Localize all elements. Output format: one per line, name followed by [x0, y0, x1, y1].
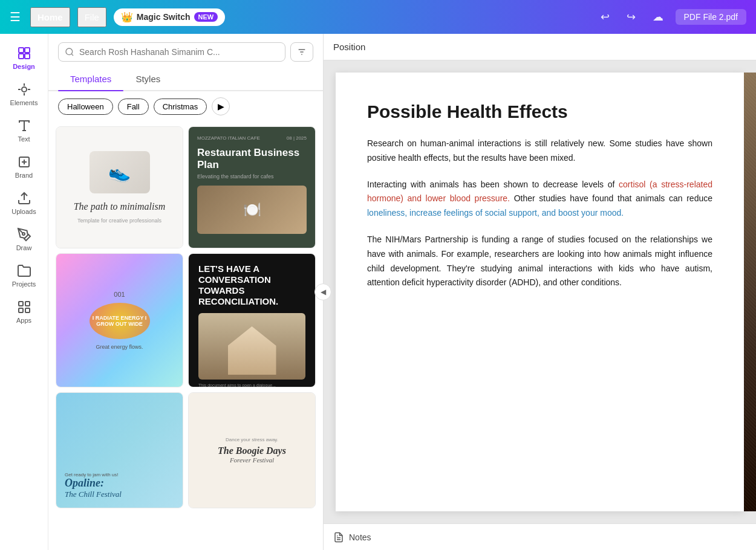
sidebar-label-brand: Brand	[15, 172, 33, 179]
file-button[interactable]: File	[77, 7, 106, 27]
sidebar-label-projects: Projects	[12, 280, 36, 288]
sidebar-label-draw: Draw	[16, 244, 32, 251]
notes-label: Notes	[349, 532, 371, 542]
template-card-reconciliation[interactable]: LET'S HAVE A CONVERSATION TOWARDS RECONC…	[188, 253, 316, 387]
svg-point-6	[22, 233, 25, 235]
boogie-dance: Dance your stress away.	[226, 437, 278, 442]
search-input[interactable]	[79, 47, 279, 57]
search-bar	[48, 34, 323, 68]
templates-panel: Templates Styles Halloween Fall Christma…	[48, 34, 324, 550]
gradient-bubble: I RADIATE ENERGY I GROW OUT WIDE	[90, 303, 150, 339]
svg-rect-0	[19, 48, 24, 53]
filter-tag-fall[interactable]: Fall	[118, 99, 149, 115]
reconciliation-body: This document aims to open a dialogue...	[198, 383, 305, 387]
reconciliation-text: LET'S HAVE A CONVERSATION TOWARDS RECONC…	[198, 264, 305, 307]
collapse-panel-button[interactable]: ◀	[314, 283, 331, 300]
doc-paragraph-3: The NIH/Mars Partnership is funding a ra…	[367, 233, 712, 290]
boogie-subtitle: Forever Festival	[230, 456, 274, 464]
sidebar-item-draw[interactable]: Draw	[2, 222, 46, 256]
doc-title: Possible Health Effects	[367, 102, 712, 122]
svg-rect-10	[25, 308, 30, 312]
svg-rect-9	[19, 308, 23, 312]
opaline-title: Opaline:	[65, 477, 174, 490]
sidebar-label-text: Text	[18, 135, 30, 143]
undo-button[interactable]: ↩	[596, 8, 614, 26]
document-area[interactable]: Possible Health Effects Research on huma…	[324, 60, 756, 523]
svg-rect-2	[19, 54, 24, 59]
minimalism-title: The path to minimalism	[74, 201, 166, 213]
opaline-subtitle: The Chill Festival	[65, 490, 174, 499]
document-page: Possible Health Effects Research on huma…	[336, 73, 744, 511]
svg-rect-8	[25, 302, 30, 306]
sidebar-item-apps[interactable]: Apps	[2, 295, 46, 329]
svg-rect-7	[19, 302, 23, 306]
reconciliation-image	[198, 313, 305, 380]
sidebar-label-design: Design	[13, 63, 35, 70]
sidebar-item-brand[interactable]: Brand	[2, 150, 46, 184]
filter-button[interactable]	[290, 42, 313, 62]
template-card-opaline[interactable]: Get ready to jam with us! Opaline: The C…	[56, 392, 183, 508]
svg-point-11	[66, 48, 73, 55]
restaurant-brand: MOZZAPATO ITALIAN CAFE	[197, 135, 260, 141]
tab-styles[interactable]: Styles	[123, 68, 172, 90]
magic-switch-label: Magic Switch	[137, 12, 191, 22]
new-badge: NEW	[194, 12, 218, 22]
boogie-title: The Boogie Days	[218, 445, 286, 456]
sidebar-label-elements: Elements	[10, 99, 38, 106]
sidebar-item-uploads[interactable]: Uploads	[2, 186, 46, 220]
doc-paragraph-2: Interacting with animals has been shown …	[367, 178, 712, 221]
topbar: ☰ Home File 👑 Magic Switch NEW ↩ ↪ ☁ PDF…	[0, 0, 756, 34]
restaurant-subtitle: Elevating the standard for cafes	[197, 173, 307, 180]
svg-point-4	[22, 87, 27, 92]
filename-label: PDF File 2.pdf	[676, 9, 746, 25]
gradient-bottom: Great energy flows.	[96, 344, 143, 350]
redo-button[interactable]: ↪	[622, 8, 640, 26]
highlight-loneliness: loneliness, increase feelings of social …	[367, 208, 624, 218]
notes-icon	[333, 532, 344, 543]
search-input-wrap[interactable]	[58, 42, 285, 62]
position-label: Position	[333, 42, 365, 52]
hamburger-menu[interactable]: ☰	[10, 10, 21, 24]
magic-switch-button[interactable]: 👑 Magic Switch NEW	[114, 8, 225, 26]
svg-rect-1	[25, 48, 30, 53]
right-edge-image	[744, 73, 756, 511]
main-layout: Design Elements Text Brand	[0, 34, 756, 550]
restaurant-date: 08 | 2025	[287, 135, 307, 141]
notes-bar[interactable]: Notes	[324, 523, 756, 550]
minimalism-subtitle: Template for creative professionals	[77, 218, 161, 224]
search-icon	[65, 47, 74, 57]
sidebar-item-text[interactable]: Text	[2, 114, 46, 147]
sidebar-item-design[interactable]: Design	[2, 41, 46, 75]
template-card-boogie[interactable]: Dance your stress away. The Boogie Days …	[188, 392, 316, 508]
sidebar-label-uploads: Uploads	[11, 208, 36, 215]
highlight-cortisol: cortisol (a stress-related hormone) and …	[367, 180, 712, 204]
tabs-row: Templates Styles	[48, 68, 323, 91]
crown-icon: 👑	[121, 11, 133, 23]
position-bar: Position	[324, 34, 756, 60]
filter-icon	[297, 47, 307, 57]
home-button[interactable]: Home	[30, 7, 70, 27]
filter-tag-christmas[interactable]: Christmas	[154, 99, 207, 115]
filter-tags: Halloween Fall Christmas ▶	[48, 91, 323, 121]
filter-tag-more[interactable]: ▶	[212, 97, 230, 115]
shoe-image: 👟	[90, 151, 150, 193]
doc-paragraph-1: Research on human-animal interactions is…	[367, 137, 712, 166]
cloud-save-icon[interactable]: ☁	[648, 8, 668, 26]
content-area: Position Possible Health Effects Researc…	[324, 34, 756, 550]
sidebar-item-elements[interactable]: Elements	[2, 77, 46, 111]
templates-grid: 👟 The path to minimalism Template for cr…	[48, 121, 323, 550]
filter-tag-halloween[interactable]: Halloween	[58, 99, 113, 115]
template-card-restaurant[interactable]: MOZZAPATO ITALIAN CAFE 08 | 2025 Restaur…	[188, 126, 316, 248]
template-card-minimalism[interactable]: 👟 The path to minimalism Template for cr…	[56, 126, 183, 248]
gradient-count: 001	[114, 291, 125, 298]
restaurant-image: 🍽️	[197, 186, 307, 234]
svg-rect-3	[25, 54, 30, 59]
sidebar-label-apps: Apps	[16, 317, 31, 324]
sidebar-item-projects[interactable]: Projects	[2, 259, 46, 293]
restaurant-title: Restaurant Business Plan	[197, 147, 307, 171]
tab-templates[interactable]: Templates	[58, 68, 123, 90]
sidebar: Design Elements Text Brand	[0, 34, 48, 550]
template-card-gradient[interactable]: 001 I RADIATE ENERGY I GROW OUT WIDE Gre…	[56, 253, 183, 387]
